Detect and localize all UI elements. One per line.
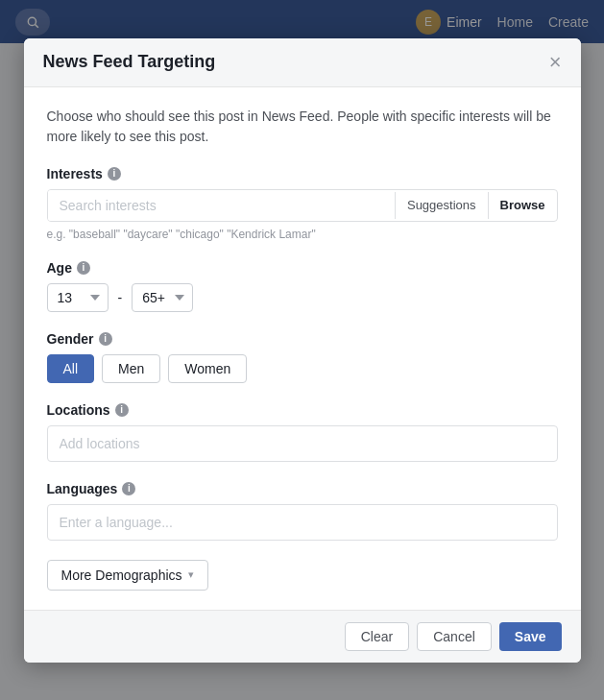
gender-info-icon[interactable]: i	[99, 332, 112, 346]
language-input[interactable]	[47, 504, 558, 541]
gender-row: All Men Women	[47, 354, 558, 383]
cancel-button[interactable]: Cancel	[417, 622, 492, 651]
age-max-select[interactable]: 18 21 25 35 45 55 65+	[132, 283, 193, 312]
news-feed-targeting-modal: News Feed Targeting × Choose who should …	[24, 38, 581, 663]
modal-close-button[interactable]: ×	[549, 52, 562, 73]
gender-women-button[interactable]: Women	[168, 354, 247, 383]
interests-info-icon[interactable]: i	[108, 167, 121, 181]
languages-info-icon[interactable]: i	[122, 482, 135, 495]
suggestions-button[interactable]: Suggestions	[396, 190, 488, 220]
age-label: Age i	[47, 260, 558, 276]
interests-example: e.g. "baseball" "daycare" "chicago" "Ken…	[47, 228, 558, 241]
age-section: Age i 13 18 21 25 35 45 55 65+ -	[47, 260, 558, 312]
languages-label: Languages i	[47, 481, 558, 496]
gender-men-button[interactable]: Men	[102, 354, 160, 383]
modal-title: News Feed Targeting	[43, 52, 216, 72]
interests-search-input[interactable]	[48, 190, 395, 221]
modal-body: Choose who should see this post in News …	[24, 87, 581, 610]
modal-header: News Feed Targeting ×	[24, 38, 581, 87]
gender-label: Gender i	[47, 331, 558, 347]
browse-button[interactable]: Browse	[489, 190, 557, 220]
chevron-down-icon: ▾	[188, 568, 194, 581]
locations-input[interactable]	[47, 425, 558, 462]
locations-section: Locations i	[47, 402, 558, 462]
languages-section: Languages i	[47, 481, 558, 541]
save-button[interactable]: Save	[499, 622, 562, 651]
age-info-icon[interactable]: i	[77, 261, 90, 275]
interests-input-wrap: Suggestions Browse	[47, 189, 558, 222]
interests-label: Interests i	[47, 166, 558, 181]
age-min-select[interactable]: 13 18 21 25 35 45 55 65+	[47, 283, 109, 312]
locations-label: Locations i	[47, 402, 558, 418]
gender-section: Gender i All Men Women	[47, 331, 558, 383]
modal-overlay: News Feed Targeting × Choose who should …	[0, 0, 604, 700]
more-demographics-button[interactable]: More Demographics ▾	[47, 560, 208, 591]
gender-all-button[interactable]: All	[47, 354, 95, 383]
modal-footer: Clear Cancel Save	[24, 610, 581, 663]
age-dash: -	[118, 290, 123, 305]
locations-info-icon[interactable]: i	[115, 403, 129, 417]
modal-description: Choose who should see this post in News …	[47, 107, 558, 147]
age-row: 13 18 21 25 35 45 55 65+ - 18 21 25	[47, 283, 558, 312]
interests-section: Interests i Suggestions Browse e.g. "bas…	[47, 166, 558, 241]
clear-button[interactable]: Clear	[345, 622, 409, 651]
